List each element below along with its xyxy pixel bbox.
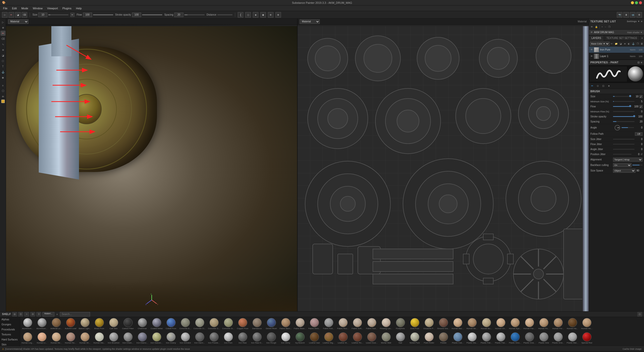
maximize-button[interactable] [635,1,638,4]
tsl-add-btn[interactable]: + [601,25,603,28]
tsl-duplicate-btn[interactable]: ❐ [608,25,611,28]
spacing-input[interactable] [174,13,183,17]
shelf-item-35[interactable]: Human Fac... [522,318,536,331]
size-space-dropdown[interactable]: Object UV World [613,169,635,173]
shelf-item-36[interactable]: Human Fe... [537,318,551,331]
size-check[interactable]: ✓ [639,95,642,98]
tool-color[interactable] [1,100,5,103]
shelf-item-1[interactable]: Aluminium... [35,318,49,331]
toolbar-brush-icon[interactable]: ✏ [70,13,74,17]
shelf-item-57[interactable]: Iron Rough [264,332,278,345]
shelf-item-56[interactable]: Iron Raw D... [250,332,264,345]
tsl-item-eye[interactable]: 👁 [590,31,593,34]
stroke-opacity-slider[interactable] [142,14,162,15]
shelf-item-17[interactable]: Denim Rivet [264,318,278,331]
flow-check[interactable]: ✓ [639,105,642,108]
tsl-lock-btn[interactable]: 🔒 [594,25,598,28]
angle-slider[interactable] [622,127,634,128]
shelf-item-42[interactable]: Human Ne... [49,332,63,345]
tool-paint[interactable]: ✏ [1,31,6,36]
angle-dial[interactable] [615,125,620,130]
shelf-item-7[interactable]: Carbon Fiber [121,318,135,331]
shelf-item-48[interactable]: Iron Diamo... [135,332,149,345]
shelf-item-19[interactable]: Fabric Base... [293,318,307,331]
layer-item-layer1[interactable]: 👁 Layer 1 Norm 100 [589,53,644,60]
shelf-item-76[interactable]: Plastic Grid [537,332,551,345]
toolbar-extra-1[interactable]: ⟨ [238,12,243,18]
brush-icon-circle[interactable]: ⊙ [595,84,600,88]
shelf-collapse-btn[interactable]: ⊡ [637,312,642,317]
shelf-item-8[interactable]: Chainmail [135,318,149,331]
shelf-cat-textures[interactable]: Textures [0,332,20,337]
shelf-item-77[interactable]: Plastic Grid... [551,332,565,345]
toolbar-settings-icon[interactable]: ⚙ [636,12,642,18]
shelf-item-64[interactable]: Lizard Scal... [365,332,379,345]
tsl-eye-btn[interactable]: 👁 [590,25,594,28]
shelf-item-50[interactable]: Iron Grainy [164,332,178,345]
texture-set-settings-btn[interactable]: Settings ▼ [627,20,640,23]
shelf-cat-hard-surfaces[interactable]: Hard Surfaces [0,337,20,342]
shelf-item-11[interactable]: Concrete B... [178,318,192,331]
angle-jitter-slider-prop[interactable] [613,149,634,150]
toolbar-paint-btn[interactable]: ◪ [15,12,21,18]
shelf-item-14[interactable]: Concrete Si... [221,318,235,331]
shelf-item-49[interactable]: Iron Galvan... [150,332,164,345]
brush-icon-paint[interactable]: ✏ [590,84,594,88]
size-slider-prop[interactable] [613,96,630,97]
layer-fill-btn[interactable]: ◪ [619,42,623,45]
shelf-item-43[interactable]: Human No... [64,332,77,345]
shelf-item-18[interactable]: Fabric Barn... [279,318,293,331]
shelf-item-41[interactable]: Human Li... [35,332,49,345]
shelf-item-47[interactable]: Iron Chain... [121,332,135,345]
shelf-item-37[interactable]: Human For... [551,318,565,331]
toolbar-extra-2[interactable]: ◻ [245,12,251,18]
tool-fill[interactable]: ◪ [1,53,6,58]
shelf-item-78[interactable]: Plastic Mat... [566,332,579,345]
shelf-item-2[interactable]: Artificial Le... [49,318,63,331]
shelf-item-54[interactable]: Iron Pure [221,332,235,345]
alignment-dropdown[interactable]: Tangent | Wrap UV World [613,158,642,162]
min-size-slider-prop[interactable] [613,101,634,102]
shelf-cat-alphas[interactable]: Alphas [0,317,20,322]
shelf-item-53[interactable]: Iron Powde... [207,332,221,345]
shelf-item-13[interactable]: Concrete O... [207,318,221,331]
stroke-opacity-slider-prop[interactable] [613,116,634,117]
layer-mask-btn[interactable]: ◐ [627,42,631,45]
layers-panel-close[interactable]: × [640,36,644,40]
shelf-item-34[interactable]: Human Eye... [508,318,522,331]
brush-icon-star[interactable]: ★ [607,84,611,88]
tool-clone[interactable]: ⊕ [1,47,6,52]
shelf-item-33[interactable]: Human Ch... [494,318,508,331]
toolbar-display-icon[interactable]: 🖥 [623,12,629,18]
shelf-item-63[interactable]: Leather Ro... [350,332,364,345]
shelf-cat-grunges[interactable]: Grunges [0,322,20,327]
backface-culling-dropdown[interactable]: On Off [613,163,631,167]
brush-icon-square[interactable]: ⊡ [601,84,606,88]
toolbar-extra-5[interactable]: ⊛ [268,12,273,18]
shelf-item-27[interactable]: Gold Pure [408,318,422,331]
shelf-item-5[interactable]: Brass Pure [92,318,106,331]
shelf-item-58[interactable]: Iron Shiny [279,332,293,345]
tsl-remove-btn[interactable]: − [604,25,607,28]
layer-effect-btn[interactable]: ★ [623,42,627,45]
shelf-item-67[interactable]: Nickel Pure [408,332,422,345]
layer-eye-2[interactable]: 👁 [590,55,593,58]
shelf-cat-procedurals[interactable]: Procedurals [0,327,20,332]
window-controls[interactable] [631,1,642,4]
shelf-item-46[interactable]: Iron Brushed [107,332,120,345]
layer-folder-btn[interactable]: 📁 [614,42,618,45]
shelf-item-0[interactable]: Aluminium... [21,318,34,331]
shelf-item-38[interactable]: Human Ha... [566,318,579,331]
shelf-item-4[interactable]: Baked Light... [78,318,92,331]
shelf-item-73[interactable]: Plastic Fab... [494,332,508,345]
menu-mode[interactable]: Mode [19,6,30,10]
menu-file[interactable]: File [1,6,10,10]
shelf-item-21[interactable]: Fabric Knit... [322,318,336,331]
layer-anchor-btn[interactable]: ⚓ [631,42,635,45]
viewport-right[interactable]: Material Base Color Material [297,19,589,311]
menu-plugins[interactable]: Plugins [60,6,73,10]
menu-viewport[interactable]: Viewport [45,6,60,10]
shelf-item-69[interactable]: Pebble [436,332,450,345]
menu-window[interactable]: Window [31,6,45,10]
shelf-cat-skin[interactable]: Skin [0,342,20,346]
